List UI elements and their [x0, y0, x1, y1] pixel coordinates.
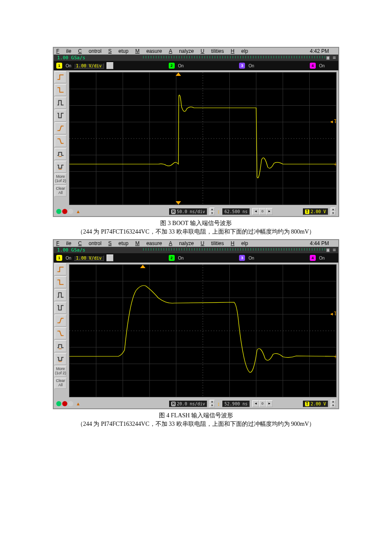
run-stop-icon[interactable]: ▣ ≡ — [326, 55, 336, 61]
sample-rate-value: 1.00 GSa/s — [57, 247, 85, 253]
ch2-badge[interactable]: 2 — [169, 255, 175, 261]
menu-setup[interactable]: Setup — [108, 240, 128, 246]
ch2-on-label: On — [178, 64, 184, 68]
channel-bar: 1 On 1.00 V/div 2 On 3 On 4 On — [54, 61, 338, 70]
menu-help[interactable]: Help — [231, 48, 248, 54]
rise-measure-icon[interactable] — [55, 122, 66, 134]
menu-help[interactable]: Help — [231, 240, 248, 246]
timebase-box[interactable]: H50.0 ns/div — [169, 208, 207, 215]
ch3-on-label: On — [248, 256, 254, 260]
figure4-caption: 图 4 FLASH 输入端信号波形 — [53, 412, 339, 419]
timebase-spinner[interactable]: ▴▾ — [210, 400, 215, 408]
menu-analyze[interactable]: Analyze — [169, 48, 194, 54]
pulse-high-icon[interactable] — [55, 289, 66, 301]
menu-measure[interactable]: Measure — [135, 48, 162, 54]
menu-utilities[interactable]: Utilities — [201, 48, 224, 54]
clear-all-button[interactable]: Clear All — [55, 185, 66, 197]
record-controls[interactable] — [56, 401, 73, 406]
sample-rate-value: 1.00 GSa/s — [57, 55, 85, 61]
neg-width-icon[interactable] — [55, 161, 66, 173]
fall-measure-icon[interactable] — [55, 135, 66, 147]
ch4-badge[interactable]: 4 — [310, 255, 316, 261]
delay-box[interactable]: 52.900 ns — [222, 401, 250, 407]
channel-bar: 1 On 1.00 V/div 2 On 3 On 4 On — [54, 253, 338, 263]
oscilloscope-window: File Control Setup Measure Analyze Utili… — [53, 239, 339, 409]
trigger-box[interactable]: T2.00 V — [303, 208, 328, 215]
menu-file[interactable]: FFileile — [56, 48, 71, 54]
figure3-caption: 图 3 BOOT 输入端信号波形 — [53, 220, 339, 227]
record-controls[interactable] — [56, 209, 73, 214]
trigger-level-marker: ◂ T — [330, 311, 337, 317]
waveform-plot[interactable]: ◂ T ⏚ — [69, 72, 337, 205]
pulse-high-icon[interactable] — [55, 97, 66, 109]
delay-arrows[interactable]: ◂0▸ — [252, 400, 273, 407]
pulse-low-icon[interactable] — [55, 302, 66, 314]
ground-ref-marker: ⏚ — [334, 353, 337, 359]
trigger-spinner[interactable]: ▴▾ — [331, 400, 336, 408]
more-button[interactable]: More (1of 2) — [55, 173, 66, 185]
ch3-badge[interactable]: 3 — [239, 255, 245, 261]
rise-measure-icon[interactable] — [55, 315, 66, 327]
menu-file[interactable]: File — [56, 240, 71, 246]
ch1-vdiv[interactable]: 1.00 V/div — [74, 63, 104, 69]
ch2-badge[interactable]: 2 — [169, 63, 175, 69]
ch1-coupling-button[interactable] — [107, 254, 113, 261]
trigger-position-marker-icon — [140, 265, 146, 268]
ch1-badge[interactable]: 1 — [56, 63, 62, 69]
menu-control[interactable]: Control — [78, 48, 101, 54]
more-button[interactable]: More (1of 2) — [55, 366, 66, 377]
menu-control[interactable]: Control — [78, 240, 101, 246]
trigger-spinner[interactable]: ▴▾ — [331, 208, 336, 215]
ch2-on-label: On — [178, 256, 184, 260]
pos-width-icon[interactable] — [55, 148, 66, 160]
run-stop-icon[interactable]: ▣ ≡ — [326, 247, 336, 253]
timebase-spinner[interactable]: ▴▾ — [210, 208, 215, 215]
waveform-plot[interactable]: ◂ T ⏚ — [69, 264, 337, 397]
menubar: File Control Setup Measure Analyze Utili… — [54, 240, 338, 247]
falling-edge-icon[interactable] — [55, 84, 66, 96]
pos-width-icon[interactable] — [55, 340, 66, 352]
ch4-badge[interactable]: 4 — [310, 63, 316, 69]
ch3-badge[interactable]: 3 — [239, 63, 245, 69]
sample-rate-bar: 1.00 GSa/s ▣ ≡ — [54, 247, 338, 253]
clock: 4:44 PM — [310, 240, 329, 246]
ch1-badge[interactable]: 1 — [56, 255, 62, 261]
ch4-on-label: On — [319, 256, 325, 260]
ch1-on-label: On — [66, 256, 71, 260]
bottom-bar: ▲ H50.0 ns/div ▴▾ ↨ 62.500 ns ◂0▸ T2.00 … — [54, 207, 338, 216]
ground-ref-marker: ⏚ — [334, 161, 337, 167]
delay-box[interactable]: 62.500 ns — [222, 208, 250, 215]
fall-measure-icon[interactable] — [55, 327, 66, 339]
trigger-level-marker: ◂ T — [330, 119, 337, 124]
neg-width-icon[interactable] — [55, 353, 66, 365]
clock: 4:42 PM — [310, 48, 329, 54]
sample-rate-bar: 1.00 GSa/s ▣ ≡ — [54, 55, 338, 61]
trigger-box[interactable]: T2.00 V — [303, 401, 328, 407]
ch1-on-label: On — [66, 64, 71, 68]
acquisition-preview — [143, 56, 326, 58]
bottom-bar: ▲ H20.0 ns/div ▴▾ ↨ 52.900 ns ◂0▸ T2.00 … — [54, 399, 338, 408]
side-toolbar: More (1of 2) Clear All — [54, 263, 68, 399]
falling-edge-icon[interactable] — [55, 276, 66, 288]
ch1-coupling-button[interactable] — [107, 62, 113, 69]
figure3-subcaption: （244 为 PI74FCT163244VC，不加 33 欧串联电阻，上面和下面… — [53, 228, 339, 236]
menu-utilities[interactable]: Utilities — [201, 240, 224, 246]
menu-analyze[interactable]: Analyze — [169, 240, 194, 246]
side-toolbar: More (1of 2) Clear All — [54, 70, 68, 207]
pulse-low-icon[interactable] — [55, 110, 66, 121]
ch3-on-label: On — [248, 64, 254, 68]
oscilloscope-window: FFileile Control Setup Measure Analyze U… — [53, 47, 339, 217]
timebase-box[interactable]: H20.0 ns/div — [169, 401, 207, 407]
clear-all-button[interactable]: Clear All — [55, 378, 66, 389]
trigger-position-marker-icon — [176, 72, 181, 76]
delay-ref-marker-icon — [176, 201, 181, 205]
ch1-vdiv[interactable]: 1.00 V/div — [74, 255, 104, 261]
figure4-subcaption: （244 为 PI74FCT163244VC，不加 33 欧串联电阻，上面和下面… — [53, 420, 339, 428]
acquisition-preview — [143, 248, 326, 251]
rising-edge-icon[interactable] — [55, 263, 66, 275]
rising-edge-icon[interactable] — [55, 71, 66, 83]
delay-arrows[interactable]: ◂0▸ — [252, 208, 273, 215]
menu-measure[interactable]: Measure — [135, 240, 162, 246]
menu-setup[interactable]: Setup — [108, 48, 128, 54]
menubar: FFileile Control Setup Measure Analyze U… — [54, 48, 338, 55]
